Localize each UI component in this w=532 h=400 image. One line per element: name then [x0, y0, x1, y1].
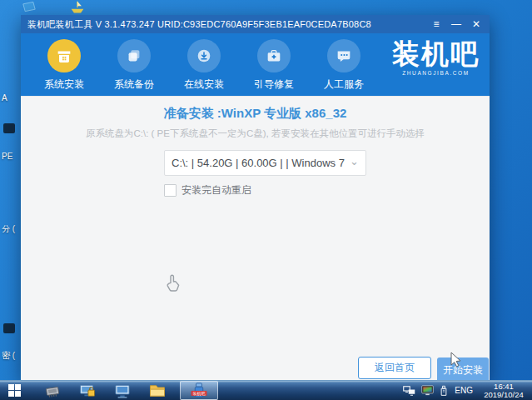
nav-item-system-install[interactable]: 系统安装: [31, 33, 97, 96]
app-window: 装机吧装机工具 V 3.1.473.247 URID:C93EDC760A9F5…: [21, 15, 490, 382]
system-tray: ENG 16:41 2019/10/24: [397, 382, 532, 399]
taskbar-active-app-label: 装机吧: [191, 391, 207, 396]
nav-header: 系统安装 系统备份 在线安装 引导修复: [21, 33, 490, 96]
taskbar-ramdisk-icon[interactable]: [42, 381, 63, 400]
start-button[interactable]: [0, 381, 28, 400]
tray-clock[interactable]: 16:41 2019/10/24: [480, 382, 528, 399]
close-icon[interactable]: ✕: [466, 15, 486, 33]
download-icon: [187, 39, 221, 72]
window-title: 装机吧装机工具 V 3.1.473.247 URID:C93EDC760A9F5…: [27, 18, 426, 31]
page-title: 准备安装 :WinXP 专业版 x86_32: [21, 106, 490, 122]
taskbar: 装机吧 ENG 16:41 2019/10/24: [0, 380, 532, 400]
taskbar-computer-icon[interactable]: [112, 381, 133, 400]
disk-select-dropdown[interactable]: C:\: | 54.20G | 60.00G | | Windows 7 Hor…: [164, 150, 366, 176]
auto-restart-checkbox-row[interactable]: 安装完自动重启: [164, 183, 251, 198]
windows-logo-icon: [8, 384, 21, 397]
page-subtitle: 原系统盘为C:\: ( PE下系统盘不一定为C盘), 若要安装在其他位置可进行手…: [21, 128, 490, 140]
desktop-display-icon[interactable]: [21, 0, 37, 17]
desktop-label-fragment[interactable]: PE: [2, 152, 12, 161]
chevron-down-icon: ⌄: [350, 155, 359, 168]
start-install-button[interactable]: 开始安装: [437, 358, 489, 382]
nav-label: 系统安装: [44, 78, 84, 92]
tray-network-icon[interactable]: [403, 386, 415, 396]
repair-kit-icon: [257, 39, 291, 72]
tray-date: 2019/10/24: [480, 391, 528, 399]
desktop-icon-fragment[interactable]: [3, 123, 15, 133]
brand-logo-text: 装机吧: [392, 39, 480, 69]
nav-label: 在线安装: [184, 78, 224, 92]
desktop: A PE 分 ( 密 ( 装机吧装机工具 V 3.1.473.247 URID:…: [0, 0, 532, 400]
main-content: 准备安装 :WinXP 专业版 x86_32 原系统盘为C:\: ( PE下系统…: [21, 96, 490, 382]
nav-label: 人工服务: [324, 78, 364, 92]
nav-item-system-backup[interactable]: 系统备份: [101, 33, 167, 96]
minimize-icon[interactable]: —: [446, 15, 466, 33]
install-box-icon: [47, 39, 81, 72]
backup-layers-icon: [117, 39, 151, 72]
nav-item-human-service[interactable]: 人工服务: [311, 33, 377, 96]
desktop-label-fragment[interactable]: 密 (: [2, 350, 15, 362]
nav-label: 系统备份: [114, 78, 154, 92]
nav-item-online-install[interactable]: 在线安装: [171, 33, 237, 96]
nav-item-boot-repair[interactable]: 引导修复: [241, 33, 307, 96]
desktop-label-fragment[interactable]: 分 (: [2, 223, 15, 235]
taskbar-network-lock-icon[interactable]: [77, 381, 98, 400]
brand-logo-subtext: ZHUANGJIBA.COM: [392, 70, 480, 76]
tray-usb-icon[interactable]: [440, 385, 448, 397]
auto-restart-label: 安装完自动重启: [181, 183, 251, 198]
nav-label: 引导修复: [254, 78, 294, 92]
desktop-label-fragment[interactable]: A: [2, 93, 7, 102]
taskbar-active-app-zhuangjiba[interactable]: 装机吧: [180, 381, 218, 400]
chat-bubble-icon: [327, 39, 360, 72]
hand-cursor: [162, 272, 184, 300]
taskbar-folder-icon[interactable]: [147, 381, 168, 400]
tray-display-icon[interactable]: [421, 385, 434, 396]
back-home-button[interactable]: 返回首页: [358, 357, 431, 379]
auto-restart-checkbox[interactable]: [164, 184, 177, 197]
menu-icon[interactable]: ≡: [426, 15, 446, 33]
desktop-icon-fragment[interactable]: [3, 323, 15, 333]
disk-select-value: C:\: | 54.20G | 60.00G | | Windows 7 Hor: [172, 157, 346, 169]
tray-language-indicator[interactable]: ENG: [455, 386, 473, 395]
tray-time: 16:41: [480, 382, 528, 391]
window-titlebar: 装机吧装机工具 V 3.1.473.247 URID:C93EDC760A9F5…: [21, 15, 490, 33]
brand-logo: 装机吧 ZHUANGJIBA.COM: [392, 39, 480, 76]
